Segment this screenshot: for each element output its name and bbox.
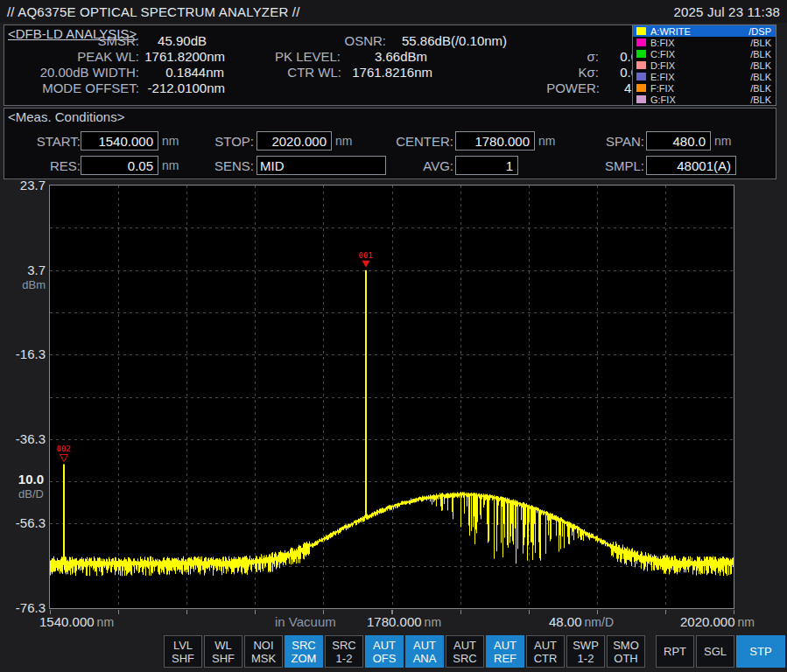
avg-field[interactable]: 1 xyxy=(455,156,518,175)
smsr-value: 45.90dB xyxy=(158,33,207,48)
osa-screen: // AQ6375E OPTICAL SPECTRUM ANALYZER // … xyxy=(0,0,787,672)
osnr-value: 55.86dB(/0.10nm) xyxy=(402,33,507,48)
span-label: SPAN: xyxy=(606,134,644,149)
osnr-label: OSNR: xyxy=(344,33,386,48)
trace-row-c[interactable]: C:FIX /BLK xyxy=(633,48,776,60)
spectrum-trace-canvas[interactable] xyxy=(50,186,734,608)
power-label: POWER: xyxy=(546,80,600,95)
trace-c-color-swatch xyxy=(636,50,646,58)
sens-field[interactable]: MID xyxy=(256,156,386,175)
plot-area[interactable] xyxy=(49,185,734,609)
y-tick-3-7: 3.7 xyxy=(0,262,46,277)
trace-a-mode: A:WRITE xyxy=(650,26,748,37)
trace-f-mode: F:FIX xyxy=(650,83,750,94)
trace-g-mode: G:FIX xyxy=(650,94,750,105)
width-label: 20.00dB WIDTH: xyxy=(40,65,139,80)
trace-c-status: /BLK xyxy=(750,49,771,60)
trace-f-status: /BLK xyxy=(750,83,771,94)
softkey-src-1-2[interactable]: SRC1-2 xyxy=(325,635,363,668)
start-unit: nm xyxy=(162,134,179,148)
softkey-rpt[interactable]: RPT xyxy=(656,635,694,668)
width-value: 0.1844nm xyxy=(165,65,224,80)
trace-d-color-swatch xyxy=(636,61,646,69)
softkey-wl-shf[interactable]: WLSHF xyxy=(204,635,242,668)
k-sigma-label: Kσ: xyxy=(579,65,599,80)
pk-level-label: PK LEVEL: xyxy=(275,49,341,64)
trace-a-color-swatch xyxy=(636,27,646,35)
softkey-sgl[interactable]: SGL xyxy=(696,635,734,668)
trace-b-color-swatch xyxy=(636,38,646,46)
trace-row-f[interactable]: F:FIX /BLK xyxy=(633,82,776,94)
y-tick-neg36-3: -36.3 xyxy=(0,431,46,446)
sigma-label: σ: xyxy=(587,49,599,64)
datetime: 2025 Jul 23 11:38 xyxy=(673,4,780,19)
stop-field[interactable]: 2020.000 xyxy=(256,131,332,150)
avg-label: AVG: xyxy=(423,158,453,173)
softkey-bar: LVLSHF WLSHF NOIMSK SRCZOM SRC1-2 AUTOFS… xyxy=(0,634,787,672)
softkey-stp[interactable]: STP xyxy=(736,635,785,668)
softkey-lvl-shf[interactable]: LVLSHF xyxy=(164,635,202,668)
peak-wl-label: PEAK WL: xyxy=(77,49,139,64)
title-bar: // AQ6375E OPTICAL SPECTRUM ANALYZER // … xyxy=(0,0,787,23)
scale-per-div-value: 10.0 xyxy=(0,472,44,486)
smpl-field[interactable]: 48001(A) xyxy=(646,156,736,175)
trace-row-d[interactable]: D:FIX /BLK xyxy=(633,60,776,71)
x-axis-start-label: 1540.000 nm xyxy=(39,614,114,629)
app-title: // AQ6375E OPTICAL SPECTRUM ANALYZER // xyxy=(7,4,300,19)
smpl-label: SMPL: xyxy=(605,158,644,173)
softkey-aut-ofs[interactable]: AUTOFS xyxy=(365,635,404,668)
softkey-aut-ctr[interactable]: AUTCTR xyxy=(526,635,565,668)
smsr-label: SMSR: xyxy=(97,33,139,48)
trace-e-status: /BLK xyxy=(750,72,771,82)
conditions-header: <Meas. Conditions> xyxy=(8,109,124,124)
y-tick-23-7: 23.7 xyxy=(0,178,46,192)
trace-e-mode: E:FIX xyxy=(650,72,750,82)
vacuum-medium-label: in Vacuum xyxy=(275,614,336,629)
scale-per-div-unit: dB/D xyxy=(0,487,44,500)
trace-legend: A:WRITE /DSP B:FIX /BLK C:FIX /BLK D:FIX… xyxy=(632,24,776,106)
mode-offset-value: -212.0100nm xyxy=(148,80,225,95)
stop-unit: nm xyxy=(335,134,352,148)
trace-b-status: /BLK xyxy=(750,38,771,48)
trace-c-mode: C:FIX xyxy=(650,49,750,60)
softkey-aut-ref[interactable]: AUTREF xyxy=(486,635,524,668)
trace-row-g[interactable]: G:FIX /BLK xyxy=(633,94,776,105)
softkey-aut-ana[interactable]: AUTANA xyxy=(405,635,444,668)
trace-f-color-swatch xyxy=(636,84,646,92)
center-field[interactable]: 1780.000 xyxy=(455,131,535,150)
center-unit: nm xyxy=(538,134,555,148)
trace-row-b[interactable]: B:FIX /BLK xyxy=(633,37,776,48)
x-axis-stop-label: 2020.000 nm xyxy=(680,614,755,629)
center-label: CENTER: xyxy=(396,134,453,149)
trace-row-a[interactable]: A:WRITE /DSP xyxy=(633,25,776,37)
mode-offset-label: MODE OFFSET: xyxy=(42,80,139,95)
stop-label: STOP: xyxy=(214,134,254,149)
res-unit: nm xyxy=(162,158,179,172)
trace-b-mode: B:FIX xyxy=(650,38,750,48)
x-per-div-label: 48.00 nm/D xyxy=(549,614,614,629)
res-field[interactable]: 0.05 xyxy=(81,156,158,175)
y-tick-neg16-3: -16.3 xyxy=(0,346,46,361)
pk-level-value: 3.66dBm xyxy=(375,49,427,64)
start-field[interactable]: 1540.000 xyxy=(81,131,158,150)
trace-a-status: /DSP xyxy=(748,26,771,37)
y-tick-neg76-3: -76.3 xyxy=(0,600,46,615)
softkey-noi-msk[interactable]: NOIMSK xyxy=(244,635,283,668)
peak-wl-value: 1761.8200nm xyxy=(144,49,225,64)
trace-row-e[interactable]: E:FIX /BLK xyxy=(633,71,776,82)
trace-d-mode: D:FIX xyxy=(650,60,750,71)
span-field[interactable]: 480.0 xyxy=(646,131,711,150)
trace-g-color-swatch xyxy=(636,95,646,103)
y-tick-neg56-3: -56.3 xyxy=(0,515,46,530)
trace-d-status: /BLK xyxy=(750,60,771,71)
ctr-wl-value: 1761.8216nm xyxy=(352,65,432,80)
sens-label: SENS: xyxy=(214,158,254,173)
softkey-swp-1-2[interactable]: SWP1-2 xyxy=(566,635,605,668)
start-label: START: xyxy=(37,134,81,149)
span-unit: nm xyxy=(714,134,731,148)
softkey-src-zom[interactable]: SRCZOM xyxy=(285,635,323,668)
softkey-smo-oth[interactable]: SMOOTH xyxy=(607,635,645,668)
softkey-aut-src[interactable]: AUTSRC xyxy=(446,635,484,668)
y-unit-label: dBm xyxy=(0,278,46,291)
x-axis-center-label: 1780.000 nm xyxy=(367,614,441,629)
